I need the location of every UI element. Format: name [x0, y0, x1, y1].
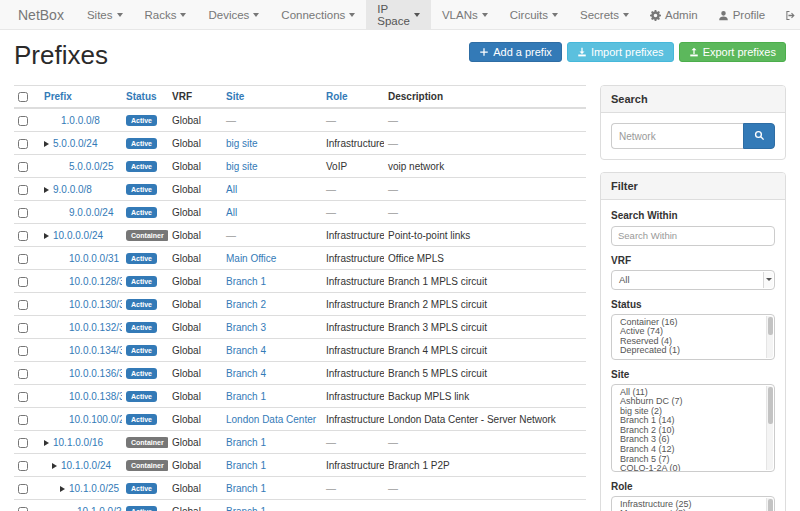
vrf-select[interactable]: All	[611, 270, 775, 290]
column-header[interactable]: Site	[222, 86, 322, 109]
prefix-link[interactable]: 10.0.0.132/31	[69, 322, 122, 333]
vrf-cell: Global	[172, 115, 201, 126]
row-checkbox[interactable]	[18, 484, 28, 494]
nav-right-item[interactable]: Admin	[640, 0, 708, 29]
column-header[interactable]: Status	[122, 86, 168, 109]
site-link[interactable]: Branch 4	[226, 345, 266, 356]
table-row: 10.0.0.136/31 Active Global Branch 4 Inf…	[14, 362, 586, 385]
row-checkbox[interactable]	[18, 392, 28, 402]
row-checkbox[interactable]	[18, 254, 28, 264]
nav-item[interactable]: Devices	[197, 0, 270, 29]
column-header[interactable]: Prefix	[40, 86, 122, 109]
caret-right-icon[interactable]	[44, 138, 53, 149]
action-button[interactable]: Import prefixes	[567, 42, 674, 62]
row-checkbox[interactable]	[18, 507, 28, 511]
caret-right-icon[interactable]	[44, 437, 53, 448]
prefix-link[interactable]: 10.1.0.0/16	[53, 437, 103, 448]
scrollbar-thumb[interactable]	[768, 317, 773, 336]
site-link[interactable]: Branch 1	[226, 276, 266, 287]
site-link[interactable]: Branch 3	[226, 322, 266, 333]
prefix-link[interactable]: 10.0.100.0/24	[69, 414, 122, 425]
prefix-link[interactable]: 10.1.0.0/26	[77, 506, 122, 511]
column-header[interactable]: Role	[322, 86, 384, 109]
status-option[interactable]: Deprecated (1)	[612, 346, 774, 356]
row-checkbox[interactable]	[18, 438, 28, 448]
site-link[interactable]: big site	[226, 161, 258, 172]
scrollbar-thumb[interactable]	[768, 499, 773, 511]
prefix-link[interactable]: 10.0.0.134/31	[69, 345, 122, 356]
nav-item[interactable]: Racks	[134, 0, 198, 29]
site-link[interactable]: London Data Center	[226, 414, 316, 425]
column-header[interactable]: VRF	[168, 86, 222, 109]
site-link[interactable]: big site	[226, 138, 258, 149]
brand[interactable]: NetBox	[6, 0, 76, 29]
description-cell: —	[388, 138, 398, 149]
column-header[interactable]: Description	[384, 86, 586, 109]
nav-item[interactable]: Sites	[76, 0, 134, 29]
prefix-link[interactable]: 1.0.0.0/8	[61, 115, 100, 126]
table-body: 1.0.0.0/8 Active Global — — — 5.0.0.0/24…	[14, 108, 586, 511]
caret-right-icon[interactable]	[44, 184, 53, 195]
search-input[interactable]	[611, 123, 743, 149]
prefix-link[interactable]: 9.0.0.0/24	[69, 207, 113, 218]
prefix-link[interactable]: 10.0.0.138/31	[69, 391, 122, 402]
site-link[interactable]: Branch 1	[226, 506, 266, 511]
scrollbar-track	[766, 498, 773, 511]
site-listbox: All (11)Ashburn DC (7)big site (2)Branch…	[611, 384, 775, 472]
role-cell: Infrastructure	[326, 230, 384, 241]
caret-right-icon[interactable]	[44, 230, 53, 241]
site-option[interactable]: COLO-1-2A (0)	[612, 464, 774, 471]
prefix-link[interactable]: 5.0.0.0/25	[69, 161, 113, 172]
search-icon	[754, 129, 765, 144]
prefix-link[interactable]: 10.1.0.0/24	[61, 460, 111, 471]
row-checkbox[interactable]	[18, 208, 28, 218]
prefix-link[interactable]: 10.0.0.0/24	[53, 230, 103, 241]
site-link[interactable]: Branch 4	[226, 368, 266, 379]
prefix-link[interactable]: 10.0.0.128/31	[69, 276, 122, 287]
site-link[interactable]: Branch 1	[226, 460, 266, 471]
site-link[interactable]: Main Office	[226, 253, 276, 264]
row-checkbox[interactable]	[18, 139, 28, 149]
prefix-link[interactable]: 5.0.0.0/24	[53, 138, 97, 149]
row-checkbox[interactable]	[18, 300, 28, 310]
search-within-input[interactable]	[611, 226, 775, 246]
prefix-link[interactable]: 10.1.0.0/25	[69, 483, 119, 494]
action-button[interactable]: Export prefixes	[679, 42, 786, 62]
nav-item[interactable]: Secrets	[569, 0, 640, 29]
prefix-link[interactable]: 10.0.0.130/31	[69, 299, 122, 310]
site-link: —	[226, 230, 236, 241]
row-checkbox[interactable]	[18, 369, 28, 379]
site-link[interactable]: Branch 2	[226, 299, 266, 310]
select-arrow-icon	[763, 272, 773, 288]
prefix-link[interactable]: 10.0.0.136/31	[69, 368, 122, 379]
site-link[interactable]: All	[226, 207, 237, 218]
row-checkbox[interactable]	[18, 346, 28, 356]
nav-right-item[interactable]: Profile	[708, 0, 776, 29]
prefix-link[interactable]: 10.0.0.0/31	[69, 253, 119, 264]
site-link[interactable]: Branch 1	[226, 391, 266, 402]
search-button[interactable]	[743, 123, 775, 149]
row-checkbox[interactable]	[18, 415, 28, 425]
row-checkbox[interactable]	[18, 162, 28, 172]
row-checkbox[interactable]	[18, 116, 28, 126]
row-checkbox[interactable]	[18, 231, 28, 241]
row-checkbox[interactable]	[18, 277, 28, 287]
site-link[interactable]: Branch 1	[226, 437, 266, 448]
scrollbar-thumb[interactable]	[768, 387, 773, 425]
prefix-link[interactable]: 9.0.0.0/8	[53, 184, 92, 195]
select-all-checkbox[interactable]	[18, 92, 28, 102]
row-checkbox[interactable]	[18, 323, 28, 333]
row-checkbox[interactable]	[18, 461, 28, 471]
row-checkbox[interactable]	[18, 185, 28, 195]
nav-right-item[interactable]: Log out	[775, 0, 800, 29]
nav-item[interactable]: Circuits	[499, 0, 569, 29]
caret-right-icon[interactable]	[60, 483, 69, 494]
site-link[interactable]: Branch 1	[226, 483, 266, 494]
site-link[interactable]: All	[226, 184, 237, 195]
nav-item[interactable]: Connections	[270, 0, 366, 29]
nav-item[interactable]: VLANs	[431, 0, 499, 29]
caret-right-icon[interactable]	[52, 460, 61, 471]
action-button[interactable]: Add a prefix	[469, 42, 562, 62]
nav-item[interactable]: IP Space	[366, 0, 431, 29]
role-cell: —	[326, 115, 336, 126]
